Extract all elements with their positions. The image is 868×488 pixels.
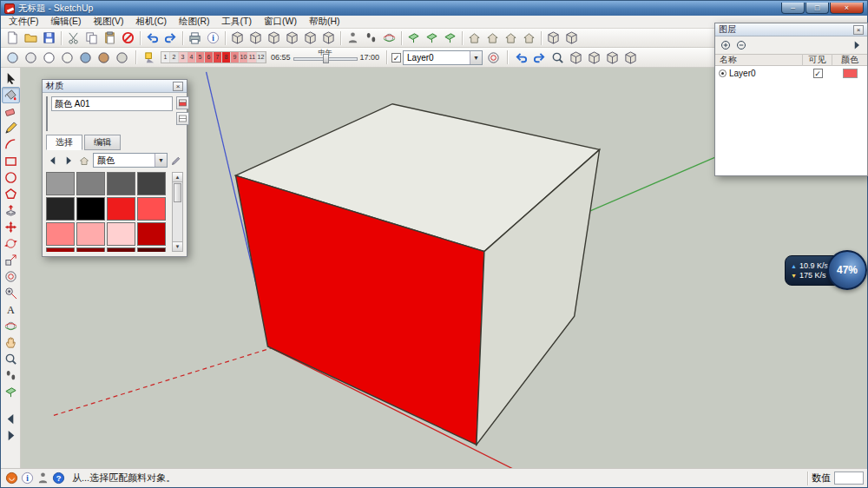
layers-panel-titlebar[interactable]: 图层 × [715, 23, 867, 36]
top-view-button[interactable] [247, 30, 265, 47]
pan-tool-button[interactable] [2, 334, 20, 351]
paste-button[interactable] [101, 30, 119, 47]
material-swatch-8[interactable] [46, 222, 75, 246]
minimize-button[interactable]: – [781, 3, 805, 14]
offset-tool-button[interactable] [2, 268, 20, 285]
position-camera-button[interactable] [344, 30, 362, 47]
rotate-tool-button[interactable] [2, 235, 20, 252]
materials-tab-1[interactable]: 编辑 [84, 135, 121, 150]
next-view-button[interactable] [530, 49, 549, 66]
front-view-button[interactable] [265, 30, 283, 47]
material-swatch-12[interactable] [46, 247, 75, 252]
material-swatch-3[interactable] [137, 172, 166, 195]
add-layer-button[interactable] [720, 39, 732, 51]
wireframe-style-button[interactable] [40, 49, 58, 66]
material-swatch-6[interactable] [107, 197, 135, 221]
section-tool-button[interactable] [2, 384, 20, 400]
rectangle-tool-button[interactable] [2, 153, 20, 169]
shadow-month-8[interactable]: 8 [222, 52, 231, 63]
shadow-month-6[interactable]: 6 [205, 52, 214, 63]
time-slider-handle[interactable] [323, 54, 329, 63]
shadow-month-10[interactable]: 10 [240, 52, 248, 63]
material-swatch-14[interactable] [107, 247, 135, 252]
layer-current-radio[interactable] [719, 69, 727, 77]
shadow-month-3[interactable]: 3 [179, 52, 187, 63]
titlebar[interactable]: 无标题 - SketchUp – □ × [1, 1, 867, 16]
collection-back-button[interactable] [46, 154, 60, 167]
color-by-layer-button[interactable] [484, 49, 503, 66]
orbit-tool-button[interactable] [2, 318, 20, 334]
layer-visible-checkbox[interactable]: ✓ [813, 69, 823, 78]
back-view-button[interactable] [301, 30, 319, 47]
close-button[interactable]: × [830, 3, 864, 14]
maximize-button[interactable]: □ [806, 3, 829, 14]
shadow-month-12[interactable]: 12 [257, 52, 266, 63]
column-name[interactable]: 名称 [715, 54, 803, 66]
zoom-tool-button[interactable] [2, 351, 20, 367]
material-swatch-0[interactable] [46, 172, 75, 195]
materials-tab-0[interactable]: 选择 [46, 135, 82, 150]
material-swatch-15[interactable] [137, 247, 166, 252]
model-info-button[interactable] [204, 30, 222, 47]
menu-item-0[interactable]: 文件(F) [3, 16, 44, 28]
camera-iso-button[interactable] [567, 49, 585, 66]
walk-tool-button[interactable] [2, 367, 20, 384]
chevron-down-icon[interactable]: ▼ [470, 51, 482, 64]
measurement-input[interactable] [834, 472, 864, 485]
material-swatch-1[interactable] [76, 172, 105, 195]
zoom-extents-button[interactable] [549, 49, 567, 66]
shadow-month-2[interactable]: 2 [170, 52, 179, 63]
xray-style-button[interactable] [3, 49, 22, 66]
menu-item-5[interactable]: 工具(T) [216, 16, 258, 28]
menu-item-3[interactable]: 相机(C) [129, 16, 173, 28]
materials-panel-titlebar[interactable]: 材质 × [43, 80, 187, 93]
walk-mode-button[interactable] [362, 30, 380, 47]
time-slider[interactable]: 中午 [293, 49, 358, 65]
shaded-style-button[interactable] [76, 49, 95, 66]
user-button[interactable] [36, 472, 49, 485]
shadow-month-7[interactable]: 7 [214, 52, 222, 63]
new-button[interactable] [3, 30, 22, 47]
column-visible[interactable]: 可见 [803, 54, 832, 66]
undo-button[interactable] [143, 30, 161, 47]
arc-tool-button[interactable] [2, 136, 20, 153]
net-percent-badge[interactable]: 47% [827, 250, 867, 290]
material-swatch-11[interactable] [137, 222, 166, 246]
in-model-button[interactable] [77, 154, 91, 167]
menu-item-4[interactable]: 绘图(R) [173, 16, 216, 28]
create-material-button[interactable] [176, 96, 189, 109]
iso-view-button[interactable] [228, 30, 247, 47]
add-location-button[interactable] [465, 30, 483, 47]
credits-button[interactable] [20, 472, 34, 485]
shadow-toggle-button[interactable] [141, 49, 159, 66]
section-plane-button[interactable] [404, 30, 423, 47]
material-swatch-4[interactable] [46, 197, 75, 221]
chevron-down-icon[interactable]: ▼ [155, 154, 167, 167]
material-swatch-5[interactable] [76, 197, 105, 221]
column-color[interactable]: 颜色 [832, 54, 867, 66]
photo-textures-button[interactable] [502, 30, 520, 47]
scroll-up-icon[interactable]: ▲ [173, 173, 182, 182]
open-button[interactable] [22, 30, 40, 47]
textured-style-button[interactable] [95, 49, 113, 66]
shadow-date-slider[interactable]: 123456789101112 [161, 51, 266, 63]
polygon-tool-button[interactable] [2, 186, 20, 202]
secondary-pane-button[interactable] [176, 112, 189, 125]
layer-details-button[interactable] [851, 39, 863, 51]
display-section-cuts-button[interactable] [441, 30, 459, 47]
shadow-month-11[interactable]: 11 [248, 52, 257, 63]
preview-in-earth-button[interactable] [520, 30, 538, 47]
previous-view-button[interactable] [512, 49, 530, 66]
select-tool-button[interactable] [2, 70, 20, 87]
layer-visibility-checkbox[interactable]: ✓ [391, 53, 401, 63]
look-around-button[interactable] [380, 30, 398, 47]
show-terrain-button[interactable] [483, 30, 502, 47]
collection-forward-button[interactable] [62, 154, 76, 167]
left-view-button[interactable] [319, 30, 338, 47]
scrollbar-thumb[interactable] [174, 183, 181, 202]
redo-button[interactable] [161, 30, 180, 47]
menu-item-2[interactable]: 视图(V) [87, 16, 129, 28]
sample-paint-button[interactable] [169, 154, 183, 167]
delete-layer-button[interactable] [735, 39, 747, 51]
get-models-button[interactable] [544, 30, 562, 47]
